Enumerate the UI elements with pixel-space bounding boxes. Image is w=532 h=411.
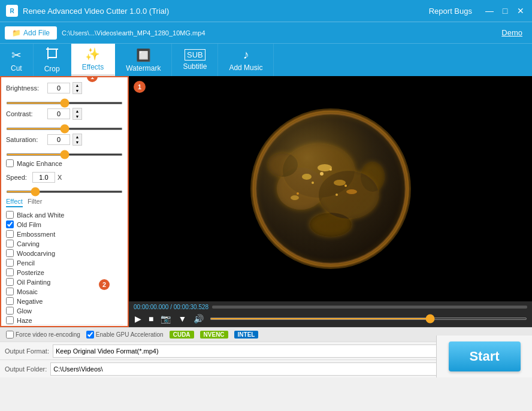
left-panel: 1 Brightness: ▲ ▼ Contrast: ▲ ▼ Saturati… (0, 76, 129, 327)
tab-addmusic[interactable]: ♪ Add Music (218, 44, 274, 76)
brightness-slider[interactable] (6, 102, 123, 104)
effect-item-haze: Haze (6, 316, 123, 324)
add-file-icon: 📁 (12, 29, 21, 37)
volume-slider[interactable] (210, 318, 527, 320)
controls-row: ▶ ■ 📷 ▼ 🔊 (134, 313, 527, 325)
brightness-spinner[interactable]: ▲ ▼ (72, 82, 82, 94)
effect-checkbox-embossment[interactable] (6, 230, 14, 238)
progress-area: 00:00:00.000 / 00:00:30.528 (134, 304, 527, 310)
speed-slider[interactable] (6, 191, 123, 193)
output-folder-label: Output Folder: (5, 365, 47, 373)
effect-label-embossment: Embossment (17, 231, 55, 238)
app-icon: R (6, 5, 18, 17)
add-file-label: Add File (23, 29, 50, 37)
window-controls: — □ ✕ (484, 5, 526, 16)
tab-subtitle[interactable]: SUB Subtitle (172, 44, 218, 76)
watermark-icon: 🔲 (136, 48, 151, 62)
app-title: Renee Advanced Video Cutter 1.0.0 (Trial… (23, 7, 429, 16)
effect-checkbox-haze[interactable] (6, 316, 14, 324)
start-panel: Start (436, 336, 532, 377)
effect-label-woodcarving: Woodcarving (17, 250, 55, 257)
speed-label: Speed: (6, 174, 30, 181)
effect-label-oldfilm: Old Film (17, 221, 41, 228)
tab-crop[interactable]: Crop (34, 44, 71, 76)
brightness-input[interactable] (47, 83, 70, 93)
effect-checkbox-mosaic[interactable] (6, 288, 14, 295)
demo-label: Demo (501, 28, 522, 37)
crop-icon (46, 47, 59, 63)
effect-list: Black and White Old Film Embossment Carv… (6, 211, 123, 324)
video-badge-1: 1 (134, 81, 146, 93)
effect-label-oilpainting: Oil Painting (17, 279, 50, 286)
contrast-down[interactable]: ▼ (73, 114, 81, 119)
effect-label-carving: Carving (17, 240, 40, 247)
badge-2: 2 (99, 279, 110, 290)
output-format-label: Output Format: (5, 347, 49, 355)
stop-button[interactable]: ■ (147, 313, 155, 325)
saturation-slider[interactable] (6, 153, 123, 156)
effect-item-oldfilm: Old Film (6, 220, 123, 228)
saturation-row: Saturation: ▲ ▼ (6, 134, 123, 146)
video-controls: 00:00:00.000 / 00:00:30.528 ▶ ■ 📷 ▼ 🔊 (129, 301, 532, 327)
saturation-input[interactable] (47, 134, 70, 145)
effect-label-pencil: Pencil (17, 259, 35, 267)
effect-checkbox-glow[interactable] (6, 307, 14, 315)
progress-track[interactable] (212, 306, 527, 309)
snapshot-dropdown[interactable]: ▼ (177, 313, 188, 325)
effect-item-posterize: Posterize (6, 268, 123, 276)
bottom-section: Force video re-encoding Enable GPU Accel… (0, 327, 532, 377)
brightness-down[interactable]: ▼ (73, 88, 81, 93)
effect-checkbox-posterize[interactable] (6, 268, 14, 276)
magic-enhance-label: Magic Enhance (17, 160, 62, 167)
effect-checkbox-pencil[interactable] (6, 259, 14, 267)
contrast-slider[interactable] (6, 128, 123, 130)
video-panel: 1 (129, 76, 532, 327)
close-button[interactable]: ✕ (515, 5, 526, 16)
effect-label-glow: Glow (17, 307, 32, 315)
effect-label-negative: Negative (17, 298, 43, 305)
effects-icon: ✨ (85, 47, 100, 61)
contrast-spinner[interactable]: ▲ ▼ (72, 108, 82, 120)
tab-effects-label: Effects (82, 63, 104, 71)
output-format-input[interactable] (53, 344, 448, 358)
effect-checkbox-oilpainting[interactable] (6, 278, 14, 286)
contrast-label: Contrast: (6, 110, 45, 117)
effect-checkbox-oldfilm[interactable] (6, 220, 14, 228)
tab-cut[interactable]: ✂ Cut (0, 44, 34, 76)
tab-watermark[interactable]: 🔲 Watermark (115, 44, 172, 76)
effect-item-carving: Carving (6, 240, 123, 247)
minimize-button[interactable]: — (484, 5, 495, 16)
maximize-button[interactable]: □ (500, 5, 510, 16)
volume-button[interactable]: 🔊 (192, 313, 205, 325)
main-content: 1 Brightness: ▲ ▼ Contrast: ▲ ▼ Saturati… (0, 76, 532, 327)
tab-effects[interactable]: ✨ Effects (71, 44, 115, 76)
force-reencode-label: Force video re-encoding (16, 331, 80, 338)
magic-enhance-checkbox[interactable] (6, 159, 14, 167)
effect-item-embossment: Embossment (6, 230, 123, 238)
effect-checkbox-blackwhite[interactable] (6, 211, 14, 219)
play-button[interactable]: ▶ (134, 313, 143, 325)
saturation-spinner[interactable]: ▲ ▼ (72, 134, 82, 146)
saturation-down[interactable]: ▼ (73, 140, 81, 145)
effect-item-negative: Negative (6, 297, 123, 305)
add-file-button[interactable]: 📁 Add File (5, 26, 57, 40)
gpu-accel-checkbox[interactable] (86, 331, 94, 339)
output-folder-input[interactable] (50, 362, 494, 376)
contrast-input[interactable] (47, 108, 70, 119)
start-button[interactable]: Start (449, 342, 521, 371)
tab-cut-label: Cut (11, 64, 22, 72)
effect-checkbox-negative[interactable] (6, 297, 14, 305)
force-reencode-checkbox[interactable] (6, 331, 14, 339)
effect-checkbox-woodcarving[interactable] (6, 249, 14, 257)
snapshot-button[interactable]: 📷 (159, 313, 172, 325)
brightness-up[interactable]: ▲ (73, 83, 81, 88)
time-display: 00:00:00.000 / 00:00:30.528 (134, 304, 208, 310)
report-bugs-link[interactable]: Report Bugs (429, 7, 472, 16)
effect-checkbox-carving[interactable] (6, 240, 14, 247)
contrast-up[interactable]: ▲ (73, 108, 81, 114)
saturation-up[interactable]: ▲ (73, 134, 81, 140)
earth-display (129, 76, 532, 301)
effect-tab[interactable]: Effect (6, 198, 23, 207)
speed-input[interactable] (32, 172, 55, 183)
filter-tab[interactable]: Filter (28, 198, 42, 207)
